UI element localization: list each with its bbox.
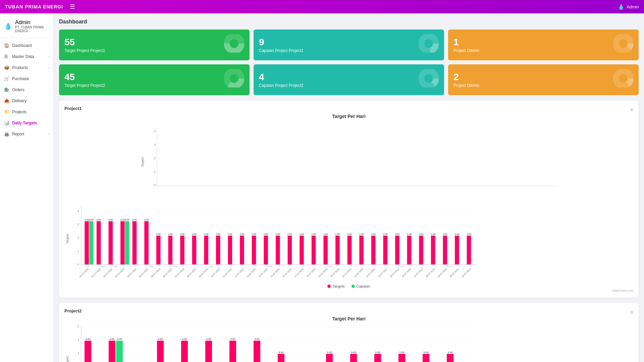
svg-text:3.00: 3.00 [96, 219, 101, 221]
sidebar-item-projects[interactable]: 📁 Projects [0, 106, 53, 117]
svg-text:1: 1 [154, 170, 156, 173]
sidebar-item-master-data[interactable]: ☰ Master Data › [0, 51, 53, 62]
svg-text:2.00: 2.00 [240, 233, 245, 235]
sidebar-label-projects: Projects [12, 110, 26, 114]
svg-text:3: 3 [77, 352, 79, 355]
pie-chart-icon-5 [613, 34, 633, 56]
svg-text:22-07-2023: 22-07-2023 [354, 268, 364, 278]
svg-text:2.00: 2.00 [347, 233, 352, 235]
card-p1-target-label: Target Project Project1 [64, 48, 105, 53]
sidebar-item-delivery[interactable]: 📤 Delivery [0, 95, 53, 106]
chart1-legend: Targets Capaian [64, 284, 633, 288]
svg-text:2.00: 2.00 [216, 233, 220, 235]
sidebar-item-purchase[interactable]: 🛒 Purchase [0, 73, 53, 84]
card-p2-target-value: 45 [64, 72, 105, 82]
svg-rect-91 [276, 236, 280, 264]
svg-rect-129 [419, 236, 423, 264]
card-p2-delivered-label: Project Dikirim [453, 83, 479, 88]
svg-rect-94 [288, 236, 292, 264]
chart1-svg: Target1 0 1 2 3 4 [64, 122, 633, 199]
svg-text:0: 0 [154, 183, 156, 187]
sidebar-item-products[interactable]: 📦 Products › [0, 62, 53, 73]
svg-text:2.00: 2.00 [204, 233, 209, 235]
chart-section-project2: Project2 ≡ Target Per Hari 0 [59, 303, 639, 362]
svg-rect-175 [181, 341, 188, 362]
svg-text:0.00: 0.00 [149, 265, 153, 267]
sidebar-item-dashboard[interactable]: 🏠 Dashboard [0, 40, 53, 51]
pie-chart-icon-4 [419, 69, 439, 90]
card-p2-capaian-value: 4 [259, 72, 304, 82]
svg-text:2.00: 2.00 [467, 233, 471, 235]
svg-rect-139 [455, 236, 459, 264]
svg-text:21-07-2023: 21-07-2023 [342, 268, 352, 278]
svg-text:4: 4 [154, 130, 156, 133]
svg-text:0.00: 0.00 [113, 265, 117, 267]
card-p1-target: 55 Target Project Project1 [59, 29, 250, 60]
svg-rect-191 [278, 354, 284, 362]
svg-text:0.00: 0.00 [101, 265, 105, 267]
hamburger-icon[interactable]: ☰ [70, 3, 75, 10]
legend-targets-1: Targets [327, 284, 344, 288]
admin-label: Admin [627, 4, 639, 9]
svg-text:2: 2 [77, 236, 79, 239]
svg-text:3: 3 [154, 143, 156, 146]
sidebar-label-purchase: Purchase [12, 76, 29, 81]
svg-text:30-07-2023: 30-07-2023 [449, 268, 459, 278]
svg-text:2.00: 2.00 [156, 233, 161, 235]
svg-text:0.00: 0.00 [209, 265, 213, 267]
svg-text:2.00: 2.00 [383, 233, 388, 235]
svg-rect-38 [97, 221, 101, 264]
svg-text:2.00: 2.00 [228, 233, 232, 235]
sidebar-item-orders[interactable]: 🛍️ Orders [0, 84, 53, 95]
svg-text:24-07-2023: 24-07-2023 [377, 268, 387, 278]
chart2-main-svg: 0 1 2 3 4 5 Target1 4.000.0001-07-20234.… [64, 324, 480, 362]
svg-text:3.00: 3.00 [125, 219, 129, 221]
logo-icon: 💧 [4, 22, 12, 30]
legend-dot-targets-1 [327, 285, 331, 288]
svg-rect-71 [204, 236, 208, 264]
svg-rect-100 [312, 236, 316, 264]
chart1-scroll[interactable]: 0 1 2 3 4 Target1 3.003.0001-07-20233.00… [64, 200, 633, 280]
sidebar-label-daily-targets: Daily Targets [12, 121, 37, 125]
svg-text:01-07-2023: 01-07-2023 [91, 268, 101, 278]
svg-text:2: 2 [154, 157, 156, 160]
svg-text:4.00: 4.00 [230, 338, 235, 341]
svg-text:2.00: 2.00 [407, 233, 412, 235]
svg-text:31-07-2023: 31-07-2023 [461, 268, 471, 278]
svg-rect-179 [205, 341, 212, 362]
svg-rect-213 [423, 354, 429, 362]
card-p2-delivered: 2 Project Dikirim [448, 64, 639, 95]
chart1-menu-icon[interactable]: ≡ [630, 107, 633, 113]
sidebar-item-daily-targets[interactable]: 📊 Daily Targets [0, 117, 53, 128]
svg-rect-132 [431, 236, 435, 264]
orange-card-col: 1 Project Dikirim 2 Project Dikirim [448, 29, 639, 95]
svg-text:3.00: 3.00 [423, 351, 429, 354]
svg-text:4: 4 [77, 338, 79, 342]
pie-chart-icon-1 [224, 34, 244, 56]
svg-rect-110 [347, 236, 352, 264]
card-p2-delivered-value: 2 [453, 72, 479, 82]
sidebar-item-report[interactable]: 🖨️ Report › [0, 128, 53, 139]
top-nav-right: 💧 Admin [618, 4, 639, 10]
svg-text:0.00: 0.00 [400, 265, 404, 267]
svg-text:17-07-2023: 17-07-2023 [294, 268, 304, 278]
svg-rect-54 [144, 221, 148, 264]
svg-text:2.00: 2.00 [264, 233, 268, 235]
main-layout: 💧 Admin PT. TUBAN PRIMA ENERGI 🏠 Dashboa… [0, 13, 644, 362]
svg-rect-217 [447, 354, 453, 362]
svg-text:3.00: 3.00 [120, 219, 125, 221]
sidebar-label-report: Report [12, 132, 24, 136]
svg-text:4.00: 4.00 [117, 338, 122, 341]
svg-rect-84 [252, 236, 256, 264]
chart2-scroll[interactable]: 0 1 2 3 4 5 Target1 4.000.0001-07-20234.… [64, 324, 633, 362]
svg-text:4.00: 4.00 [85, 338, 91, 341]
svg-rect-35 [89, 221, 93, 264]
chart2-project-label: Project2 [64, 308, 82, 313]
delivery-icon: 📤 [4, 98, 9, 103]
orders-icon: 🛍️ [4, 87, 9, 92]
svg-text:2.00: 2.00 [180, 233, 185, 235]
chart2-menu-icon[interactable]: ≡ [630, 309, 633, 315]
svg-text:4.00: 4.00 [109, 338, 115, 341]
svg-rect-46 [120, 221, 124, 264]
chart1-credit: Highcharts.com [64, 289, 633, 292]
